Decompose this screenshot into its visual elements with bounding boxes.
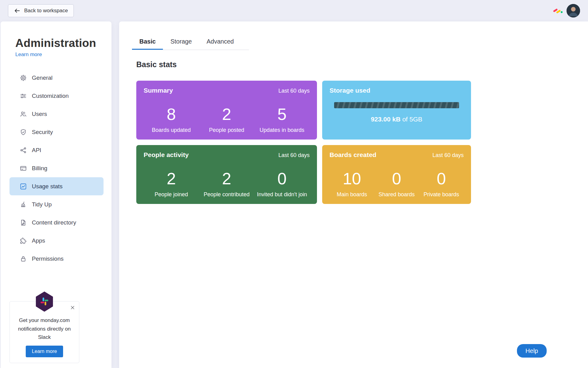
stat-people-contributed: 2 People contributed xyxy=(199,170,254,198)
sidebar-item-permissions[interactable]: Permissions xyxy=(9,250,104,268)
card-period: Last 60 days xyxy=(278,152,310,159)
sidebar-menu: General Customization Users Security API xyxy=(1,69,111,268)
sidebar-item-general[interactable]: General xyxy=(9,69,104,87)
sidebar-item-label: Usage stats xyxy=(32,183,62,190)
back-button-label: Back to workspace xyxy=(24,8,68,14)
sidebar-item-customization[interactable]: Customization xyxy=(9,87,104,105)
users-icon xyxy=(20,110,27,118)
sidebar-title: Administration xyxy=(15,37,111,50)
sidebar-item-security[interactable]: Security xyxy=(9,123,104,141)
summary-card: Summary Last 60 days 8 Boards updated 2 … xyxy=(136,81,317,140)
lock-icon xyxy=(20,255,27,263)
sliders-icon xyxy=(20,92,27,100)
sidebar-item-users[interactable]: Users xyxy=(9,105,104,123)
sidebar-item-tidy-up[interactable]: Tidy Up xyxy=(9,195,104,213)
tab-basic[interactable]: Basic xyxy=(132,36,163,50)
section-heading: Basic stats xyxy=(136,60,588,69)
card-title: Boards created xyxy=(330,151,376,159)
sidebar-item-label: Security xyxy=(32,129,53,136)
promo-learn-more-button[interactable]: Learn more xyxy=(26,346,63,357)
sidebar-item-label: API xyxy=(32,147,41,154)
sidebar-item-label: Customization xyxy=(32,93,69,99)
card-title: People activity xyxy=(144,151,189,159)
back-to-workspace-button[interactable]: Back to workspace xyxy=(8,4,74,17)
main-content: Basic Storage Advanced Basic stats Summa… xyxy=(119,21,588,368)
sidebar-item-label: General xyxy=(32,75,53,81)
sidebar-item-label: Billing xyxy=(32,165,47,172)
close-icon[interactable] xyxy=(69,305,76,311)
stat-shared-boards: 0 Shared boards xyxy=(374,170,419,198)
sidebar-item-content-directory[interactable]: Content directory xyxy=(9,213,104,232)
storage-used-card: Storage used 923.00 kB of 5GB xyxy=(322,81,471,140)
boards-created-card: Boards created Last 60 days 10 Main boar… xyxy=(322,145,471,204)
stat-private-boards: 0 Private boards xyxy=(419,170,464,198)
stat-people-posted: 2 People posted xyxy=(199,106,254,133)
gear-icon xyxy=(20,74,27,82)
credit-card-icon xyxy=(20,165,27,172)
card-period: Last 60 days xyxy=(278,88,310,94)
sidebar-learn-more-link[interactable]: Learn more xyxy=(15,52,42,58)
tab-storage[interactable]: Storage xyxy=(163,36,199,50)
stat-invited-not-joined: 0 Invited but didn't join xyxy=(254,170,310,198)
sidebar-item-billing[interactable]: Billing xyxy=(9,159,104,177)
card-period: Last 60 days xyxy=(432,152,464,159)
sidebar-item-label: Tidy Up xyxy=(32,201,52,208)
sidebar-item-usage-stats[interactable]: Usage stats xyxy=(9,177,104,195)
slack-icon xyxy=(35,291,54,312)
sidebar-item-label: Permissions xyxy=(32,255,63,262)
avatar[interactable] xyxy=(567,4,580,17)
storage-progress-bar xyxy=(334,102,459,108)
sidebar-item-label: Users xyxy=(32,111,47,117)
stat-updates-in-boards: 5 Updates in boards xyxy=(254,106,310,133)
card-title: Summary xyxy=(144,87,173,94)
topbar: Back to workspace xyxy=(0,0,588,21)
people-activity-card: People activity Last 60 days 2 People jo… xyxy=(136,145,317,204)
back-arrow-icon xyxy=(14,7,21,14)
puzzle-icon xyxy=(20,237,27,244)
storage-usage-text: 923.00 kB of 5GB xyxy=(330,116,464,123)
stat-people-joined: 2 People joined xyxy=(144,170,199,198)
api-nodes-icon xyxy=(20,147,27,154)
tabs: Basic Storage Advanced xyxy=(132,36,249,50)
promo-text: Get your monday.com notifications direct… xyxy=(14,316,75,341)
shield-icon xyxy=(20,128,27,136)
sidebar-item-apps[interactable]: Apps xyxy=(9,232,104,250)
line-chart-icon xyxy=(20,183,27,190)
stat-boards-updated: 8 Boards updated xyxy=(144,106,199,133)
sidebar: Administration Learn more General Custom… xyxy=(1,21,111,368)
monday-logo-icon xyxy=(552,7,563,14)
tab-advanced[interactable]: Advanced xyxy=(199,36,241,50)
slack-promo-card: Get your monday.com notifications direct… xyxy=(9,301,79,363)
sidebar-item-label: Content directory xyxy=(32,219,76,226)
sidebar-item-label: Apps xyxy=(32,237,45,244)
broom-icon xyxy=(20,201,27,208)
sidebar-item-api[interactable]: API xyxy=(9,141,104,159)
stats-grid: Summary Last 60 days 8 Boards updated 2 … xyxy=(136,81,588,204)
document-edit-icon xyxy=(20,219,27,226)
help-button[interactable]: Help xyxy=(517,344,547,358)
stat-main-boards: 10 Main boards xyxy=(330,170,374,198)
card-title: Storage used xyxy=(330,87,370,94)
